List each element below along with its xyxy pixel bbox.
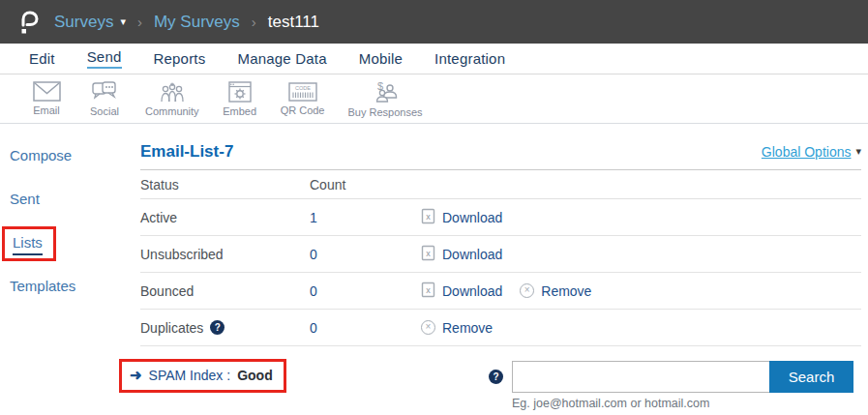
breadcrumb-separator-icon: › bbox=[252, 14, 256, 30]
svg-text:CODE: CODE bbox=[295, 85, 311, 91]
global-options-label: Global Options bbox=[762, 144, 852, 160]
surveys-dropdown-label: Surveys bbox=[54, 13, 113, 32]
list-detail-panel: Email-List-7 Global Options ▾ Status Cou… bbox=[140, 133, 861, 415]
top-navigation-bar: Surveys ▾ › My Surveys › test111 bbox=[0, 0, 868, 44]
qr-code-icon: CODE bbox=[288, 82, 317, 102]
download-link[interactable]: x Download bbox=[421, 282, 502, 301]
tab-integration[interactable]: Integration bbox=[434, 50, 505, 67]
arrow-right-icon: ➜ bbox=[130, 367, 142, 384]
column-header-status: Status bbox=[140, 177, 310, 193]
table-row: Bounced 0 x Download × Remove bbox=[140, 273, 861, 310]
help-icon[interactable]: ? bbox=[210, 320, 224, 335]
tab-reports[interactable]: Reports bbox=[154, 50, 206, 67]
toolbar-social-button[interactable]: Social bbox=[87, 81, 122, 117]
help-icon[interactable]: ? bbox=[489, 370, 503, 384]
email-icon bbox=[33, 81, 61, 102]
remove-link-label: Remove bbox=[541, 283, 591, 299]
tab-edit[interactable]: Edit bbox=[29, 50, 55, 67]
toolbar-email-button[interactable]: Email bbox=[29, 81, 64, 116]
svg-text:x: x bbox=[426, 212, 431, 222]
spam-index-value: Good bbox=[237, 368, 273, 383]
excel-file-icon: x bbox=[421, 245, 435, 264]
breadcrumb-current-survey: test111 bbox=[268, 13, 319, 32]
row-status-label: Active bbox=[140, 210, 310, 225]
svg-text:x: x bbox=[426, 249, 431, 258]
proprofs-logo-icon[interactable] bbox=[17, 9, 41, 36]
global-options-dropdown[interactable]: Global Options ▾ bbox=[762, 144, 861, 160]
row-count-value: 0 bbox=[310, 283, 421, 299]
excel-file-icon: x bbox=[421, 282, 435, 301]
toolbar-buy-responses-label: Buy Responses bbox=[347, 106, 422, 118]
search-button[interactable]: Search bbox=[769, 361, 853, 393]
row-status-label: Duplicates bbox=[140, 320, 203, 336]
toolbar-qr-code-label: QR Code bbox=[281, 104, 325, 116]
table-row: Active 1 x Download bbox=[140, 199, 861, 236]
row-count-value: 1 bbox=[310, 210, 421, 225]
annotation-box-lists: Lists bbox=[2, 226, 56, 261]
table-row: Duplicates ? 0 × Remove bbox=[140, 310, 861, 346]
table-row: Unsubscribed 0 x Download bbox=[140, 236, 861, 273]
buy-responses-icon: $ bbox=[370, 80, 401, 104]
page-title: Email-List-7 bbox=[140, 142, 233, 162]
download-link[interactable]: x Download bbox=[421, 208, 502, 227]
remove-link[interactable]: × Remove bbox=[421, 320, 493, 336]
toolbar-embed-label: Embed bbox=[223, 105, 256, 117]
sidebar-item-sent[interactable]: Sent bbox=[10, 191, 40, 207]
embed-icon bbox=[228, 81, 252, 103]
row-count-value: 0 bbox=[310, 247, 421, 262]
download-link[interactable]: x Download bbox=[421, 245, 502, 264]
app-window: Surveys ▾ › My Surveys › test111 Edit Se… bbox=[0, 0, 868, 415]
send-sidebar: Compose Sent Lists Templates bbox=[0, 124, 128, 415]
list-header: Email-List-7 Global Options ▾ bbox=[140, 133, 861, 170]
community-icon bbox=[159, 81, 186, 103]
column-header-count: Count bbox=[310, 177, 421, 193]
download-link-label: Download bbox=[442, 247, 502, 262]
main-menu-bar: Edit Send Reports Manage Data Mobile Int… bbox=[0, 44, 868, 74]
breadcrumb-separator-icon: › bbox=[137, 14, 142, 30]
toolbar-community-button[interactable]: Community bbox=[145, 81, 199, 117]
remove-link-label: Remove bbox=[442, 320, 493, 336]
row-status-label: Bounced bbox=[140, 283, 310, 299]
excel-file-icon: x bbox=[421, 208, 435, 227]
remove-circle-icon: × bbox=[520, 283, 534, 298]
social-icon bbox=[92, 81, 117, 103]
sidebar-item-templates[interactable]: Templates bbox=[10, 278, 75, 294]
tab-manage-data[interactable]: Manage Data bbox=[237, 50, 326, 67]
row-status-label: Unsubscribed bbox=[140, 247, 310, 262]
svg-text:x: x bbox=[426, 285, 431, 295]
surveys-dropdown[interactable]: Surveys ▾ bbox=[54, 13, 126, 32]
toolbar-email-label: Email bbox=[33, 104, 60, 116]
tab-mobile[interactable]: Mobile bbox=[359, 50, 403, 67]
search-input[interactable] bbox=[512, 361, 769, 393]
row-count-value: 0 bbox=[310, 320, 421, 336]
chevron-down-icon: ▾ bbox=[855, 145, 861, 158]
toolbar-social-label: Social bbox=[90, 105, 119, 117]
sidebar-item-compose[interactable]: Compose bbox=[10, 147, 72, 163]
search-example-hint: Eg. joe@hotmail.com or hotmail.com bbox=[512, 397, 709, 410]
sidebar-item-lists[interactable]: Lists bbox=[13, 234, 43, 255]
download-link-label: Download bbox=[442, 283, 502, 299]
search-area: ? Search bbox=[489, 361, 853, 393]
tab-send[interactable]: Send bbox=[87, 48, 122, 69]
remove-circle-icon: × bbox=[421, 320, 435, 335]
toolbar-community-label: Community bbox=[145, 105, 199, 117]
remove-link[interactable]: × Remove bbox=[520, 283, 591, 299]
breadcrumb-my-surveys[interactable]: My Surveys bbox=[154, 13, 240, 32]
chevron-down-icon: ▾ bbox=[120, 15, 126, 28]
spam-index-label: SPAM Index : bbox=[149, 368, 231, 383]
toolbar-embed-button[interactable]: Embed bbox=[223, 81, 257, 117]
annotation-box-spam-index: ➜ SPAM Index : Good bbox=[119, 359, 286, 393]
table-header-row: Status Count bbox=[140, 170, 861, 199]
send-options-toolbar: Email Social bbox=[0, 74, 868, 124]
toolbar-qr-code-button[interactable]: CODE QR Code bbox=[281, 82, 325, 116]
download-link-label: Download bbox=[442, 210, 502, 225]
toolbar-buy-responses-button[interactable]: $ Buy Responses bbox=[347, 80, 422, 118]
